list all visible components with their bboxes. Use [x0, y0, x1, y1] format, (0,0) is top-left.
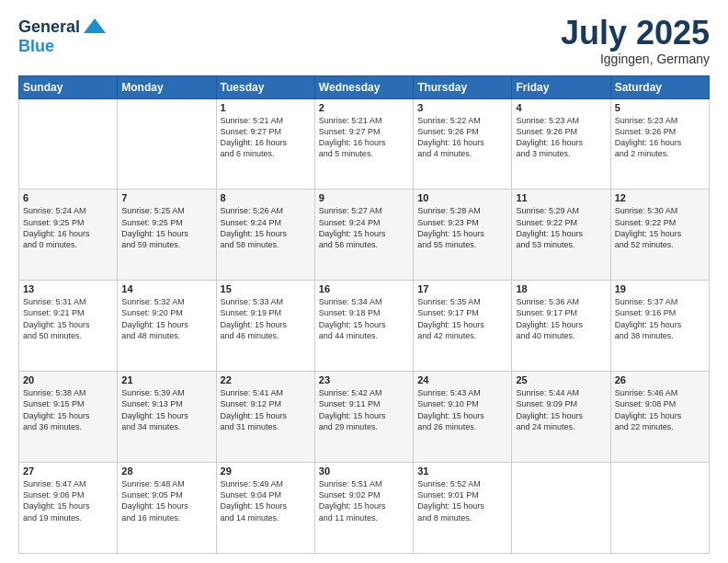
logo-blue-text: Blue — [18, 37, 54, 56]
day-number: 26 — [615, 374, 705, 385]
day-number: 7 — [121, 192, 211, 203]
calendar-cell: 26Sunrise: 5:46 AM Sunset: 9:08 PM Dayli… — [610, 372, 709, 463]
calendar-cell: 31Sunrise: 5:52 AM Sunset: 9:01 PM Dayli… — [414, 463, 512, 554]
weekday-wednesday: Wednesday — [314, 75, 413, 98]
calendar-cell: 30Sunrise: 5:51 AM Sunset: 9:02 PM Dayli… — [314, 463, 413, 554]
day-number: 11 — [516, 192, 606, 203]
logo: General Blue — [18, 15, 108, 56]
day-info: Sunrise: 5:23 AM Sunset: 9:26 PM Dayligh… — [516, 115, 606, 160]
calendar-cell — [512, 463, 610, 554]
day-info: Sunrise: 5:21 AM Sunset: 9:27 PM Dayligh… — [319, 115, 409, 160]
calendar-cell: 9Sunrise: 5:27 AM Sunset: 9:24 PM Daylig… — [314, 190, 413, 281]
day-info: Sunrise: 5:27 AM Sunset: 9:24 PM Dayligh… — [319, 205, 409, 250]
calendar-cell: 21Sunrise: 5:39 AM Sunset: 9:13 PM Dayli… — [118, 372, 216, 463]
calendar-cell: 5Sunrise: 5:23 AM Sunset: 9:26 PM Daylig… — [610, 98, 709, 190]
day-info: Sunrise: 5:33 AM Sunset: 9:19 PM Dayligh… — [221, 296, 311, 341]
calendar-cell: 13Sunrise: 5:31 AM Sunset: 9:21 PM Dayli… — [19, 281, 118, 372]
calendar-cell: 29Sunrise: 5:49 AM Sunset: 9:04 PM Dayli… — [216, 463, 314, 554]
month-title: July 2025 — [561, 15, 710, 52]
day-info: Sunrise: 5:31 AM Sunset: 9:21 PM Dayligh… — [23, 296, 113, 341]
day-number: 8 — [221, 192, 311, 203]
day-number: 9 — [319, 192, 409, 203]
day-number: 21 — [121, 374, 211, 385]
calendar-cell: 6Sunrise: 5:24 AM Sunset: 9:25 PM Daylig… — [19, 190, 118, 281]
day-info: Sunrise: 5:52 AM Sunset: 9:01 PM Dayligh… — [417, 478, 507, 523]
day-number: 3 — [417, 102, 507, 113]
calendar-cell: 20Sunrise: 5:38 AM Sunset: 9:15 PM Dayli… — [19, 372, 118, 463]
weekday-friday: Friday — [512, 75, 610, 98]
week-row-4: 20Sunrise: 5:38 AM Sunset: 9:15 PM Dayli… — [19, 372, 710, 463]
day-info: Sunrise: 5:35 AM Sunset: 9:17 PM Dayligh… — [417, 296, 507, 341]
calendar-cell: 23Sunrise: 5:42 AM Sunset: 9:11 PM Dayli… — [314, 372, 413, 463]
day-info: Sunrise: 5:38 AM Sunset: 9:15 PM Dayligh… — [23, 387, 113, 432]
calendar-cell: 16Sunrise: 5:34 AM Sunset: 9:18 PM Dayli… — [314, 281, 413, 372]
day-info: Sunrise: 5:46 AM Sunset: 9:08 PM Dayligh… — [615, 387, 705, 432]
calendar-table: SundayMondayTuesdayWednesdayThursdayFrid… — [18, 75, 710, 554]
week-row-2: 6Sunrise: 5:24 AM Sunset: 9:25 PM Daylig… — [19, 190, 710, 281]
calendar-cell: 22Sunrise: 5:41 AM Sunset: 9:12 PM Dayli… — [216, 372, 314, 463]
day-number: 19 — [615, 283, 705, 294]
logo-text: General — [18, 18, 80, 37]
day-number: 28 — [121, 465, 211, 477]
day-number: 17 — [417, 283, 507, 294]
calendar-cell: 19Sunrise: 5:37 AM Sunset: 9:16 PM Dayli… — [610, 281, 709, 372]
day-info: Sunrise: 5:24 AM Sunset: 9:25 PM Dayligh… — [23, 205, 113, 250]
day-info: Sunrise: 5:36 AM Sunset: 9:17 PM Dayligh… — [516, 296, 606, 341]
day-number: 15 — [221, 283, 311, 294]
day-info: Sunrise: 5:37 AM Sunset: 9:16 PM Dayligh… — [615, 296, 705, 341]
day-info: Sunrise: 5:41 AM Sunset: 9:12 PM Dayligh… — [221, 387, 311, 432]
day-number: 27 — [23, 465, 113, 477]
page: General Blue July 2025 Iggingen, Germany… — [0, 0, 728, 563]
day-info: Sunrise: 5:30 AM Sunset: 9:22 PM Dayligh… — [615, 205, 705, 250]
week-row-3: 13Sunrise: 5:31 AM Sunset: 9:21 PM Dayli… — [19, 281, 710, 372]
day-info: Sunrise: 5:42 AM Sunset: 9:11 PM Dayligh… — [319, 387, 409, 432]
day-info: Sunrise: 5:25 AM Sunset: 9:25 PM Dayligh… — [121, 205, 211, 250]
day-info: Sunrise: 5:32 AM Sunset: 9:20 PM Dayligh… — [121, 296, 211, 341]
logo-icon — [82, 15, 108, 40]
day-number: 12 — [615, 192, 705, 203]
calendar-cell: 17Sunrise: 5:35 AM Sunset: 9:17 PM Dayli… — [414, 281, 512, 372]
calendar-cell — [118, 98, 216, 190]
day-number: 1 — [221, 102, 311, 113]
day-info: Sunrise: 5:23 AM Sunset: 9:26 PM Dayligh… — [615, 115, 705, 160]
day-info: Sunrise: 5:51 AM Sunset: 9:02 PM Dayligh… — [319, 478, 409, 523]
weekday-saturday: Saturday — [610, 75, 709, 98]
calendar-cell: 2Sunrise: 5:21 AM Sunset: 9:27 PM Daylig… — [314, 98, 413, 190]
calendar-cell: 4Sunrise: 5:23 AM Sunset: 9:26 PM Daylig… — [512, 98, 610, 190]
calendar-cell: 24Sunrise: 5:43 AM Sunset: 9:10 PM Dayli… — [414, 372, 512, 463]
calendar-cell: 25Sunrise: 5:44 AM Sunset: 9:09 PM Dayli… — [512, 372, 610, 463]
day-number: 4 — [516, 102, 606, 113]
weekday-tuesday: Tuesday — [216, 75, 314, 98]
weekday-monday: Monday — [118, 75, 216, 98]
day-number: 6 — [23, 192, 113, 203]
day-info: Sunrise: 5:21 AM Sunset: 9:27 PM Dayligh… — [221, 115, 311, 160]
day-number: 29 — [221, 465, 311, 477]
calendar-cell: 18Sunrise: 5:36 AM Sunset: 9:17 PM Dayli… — [512, 281, 610, 372]
calendar-cell: 15Sunrise: 5:33 AM Sunset: 9:19 PM Dayli… — [216, 281, 314, 372]
weekday-header-row: SundayMondayTuesdayWednesdayThursdayFrid… — [19, 75, 710, 98]
day-number: 5 — [615, 102, 705, 113]
location: Iggingen, Germany — [561, 52, 710, 66]
calendar-cell: 14Sunrise: 5:32 AM Sunset: 9:20 PM Dayli… — [118, 281, 216, 372]
day-info: Sunrise: 5:29 AM Sunset: 9:22 PM Dayligh… — [516, 205, 606, 250]
calendar-cell — [19, 98, 118, 190]
week-row-5: 27Sunrise: 5:47 AM Sunset: 9:06 PM Dayli… — [19, 463, 710, 554]
day-info: Sunrise: 5:44 AM Sunset: 9:09 PM Dayligh… — [516, 387, 606, 432]
calendar-cell: 3Sunrise: 5:22 AM Sunset: 9:26 PM Daylig… — [414, 98, 512, 190]
week-row-1: 1Sunrise: 5:21 AM Sunset: 9:27 PM Daylig… — [19, 98, 710, 190]
title-block: July 2025 Iggingen, Germany — [561, 15, 710, 66]
day-info: Sunrise: 5:49 AM Sunset: 9:04 PM Dayligh… — [221, 478, 311, 523]
calendar-cell: 7Sunrise: 5:25 AM Sunset: 9:25 PM Daylig… — [118, 190, 216, 281]
day-info: Sunrise: 5:39 AM Sunset: 9:13 PM Dayligh… — [121, 387, 211, 432]
calendar-cell: 28Sunrise: 5:48 AM Sunset: 9:05 PM Dayli… — [118, 463, 216, 554]
day-number: 14 — [121, 283, 211, 294]
day-info: Sunrise: 5:34 AM Sunset: 9:18 PM Dayligh… — [319, 296, 409, 341]
calendar-cell: 27Sunrise: 5:47 AM Sunset: 9:06 PM Dayli… — [19, 463, 118, 554]
day-info: Sunrise: 5:48 AM Sunset: 9:05 PM Dayligh… — [121, 478, 211, 523]
day-number: 2 — [319, 102, 409, 113]
weekday-thursday: Thursday — [414, 75, 512, 98]
calendar-cell: 8Sunrise: 5:26 AM Sunset: 9:24 PM Daylig… — [216, 190, 314, 281]
day-info: Sunrise: 5:47 AM Sunset: 9:06 PM Dayligh… — [23, 478, 113, 523]
day-number: 30 — [319, 465, 409, 477]
calendar-cell: 12Sunrise: 5:30 AM Sunset: 9:22 PM Dayli… — [610, 190, 709, 281]
